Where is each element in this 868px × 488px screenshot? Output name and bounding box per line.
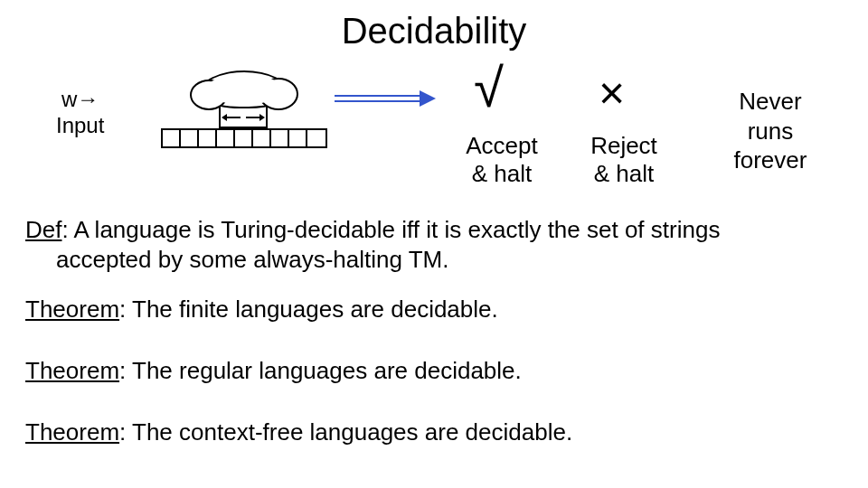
def-prefix: Def — [25, 216, 61, 243]
accept-checkmark-icon: √ — [474, 61, 504, 116]
def-line2: accepted by some always-halting TM. — [25, 245, 839, 275]
theorem-2: Theorem: The regular languages are decid… — [25, 356, 522, 386]
slide: Decidability w→Input √ Accept& halt × Re… — [0, 0, 868, 488]
theorem-text: : The context-free languages are decidab… — [119, 418, 572, 446]
theorem-1: Theorem: The finite languages are decida… — [25, 295, 498, 324]
turing-machine-diagram — [161, 70, 324, 179]
theorem-text: : The finite languages are decidable. — [119, 296, 498, 323]
definition-text: Def: A language is Turing-decidable iff … — [25, 215, 839, 274]
theorem-prefix: Theorem — [25, 296, 119, 323]
arrow-icon — [335, 92, 434, 105]
reject-label: Reject& halt — [575, 132, 673, 188]
theorem-prefix: Theorem — [25, 418, 119, 446]
accept-label: Accept& halt — [448, 132, 555, 188]
never-label: Neverrunsforever — [714, 87, 826, 175]
head-arrows-icon — [221, 114, 266, 127]
reject-cross-icon: × — [599, 70, 625, 116]
theorem-3: Theorem: The context-free languages are … — [25, 418, 572, 447]
input-label: w→Input — [56, 87, 104, 139]
theorem-text: : The regular languages are decidable. — [119, 357, 522, 384]
slide-title: Decidability — [0, 11, 868, 52]
def-line1: : A language is Turing-decidable iff it … — [61, 216, 720, 243]
theorem-prefix: Theorem — [25, 357, 119, 384]
tape — [161, 128, 327, 148]
